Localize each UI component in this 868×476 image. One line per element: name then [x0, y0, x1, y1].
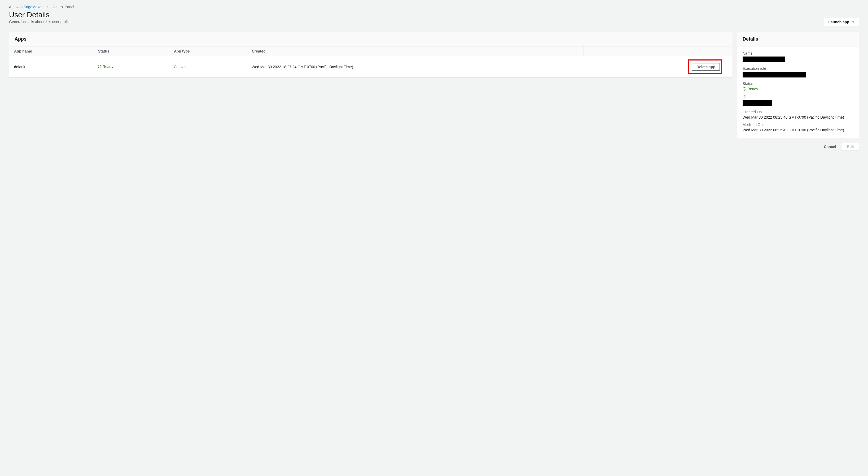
breadcrumb-root-link[interactable]: Amazon SageMaker — [9, 5, 43, 9]
cancel-button[interactable]: Cancel — [822, 143, 838, 150]
label-name: Name — [743, 51, 854, 55]
caret-down-icon: ▼ — [852, 21, 855, 24]
table-row: default Ready Canvas Wed Mar 30 2022 18:… — [9, 56, 732, 78]
cell-app-name: default — [9, 56, 93, 78]
status-text: Ready — [747, 87, 758, 91]
col-status: Status — [93, 47, 169, 56]
details-panel: Details Name Execution role Status Ready… — [737, 32, 859, 138]
cell-created: Wed Mar 30 2022 18:27:24 GMT-0700 (Pacif… — [247, 56, 583, 78]
apps-panel: Apps App name Status App type Created de… — [9, 32, 732, 78]
value-name-redacted — [743, 57, 785, 62]
apps-table: App name Status App type Created default — [9, 47, 732, 78]
col-created: Created — [247, 47, 583, 56]
value-modified-on: Wed Mar 30 2022 08:25:43 GMT-0700 (Pacif… — [743, 128, 854, 132]
check-circle-icon — [98, 65, 101, 68]
cell-app-type: Canvas — [169, 56, 247, 78]
details-heading: Details — [743, 36, 854, 42]
launch-app-label: Launch app — [829, 20, 849, 24]
value-created-on: Wed Mar 30 2022 08:25:40 GMT-0700 (Pacif… — [743, 115, 854, 119]
launch-app-button[interactable]: Launch app ▼ — [824, 18, 859, 26]
status-badge: Ready — [98, 64, 113, 69]
value-id-redacted — [743, 100, 772, 106]
breadcrumb: Amazon SageMaker Control Panel — [9, 5, 859, 9]
apps-heading: Apps — [14, 36, 727, 42]
page-subtitle: General details about this user profile. — [9, 20, 71, 24]
chevron-right-icon — [46, 6, 49, 8]
edit-button[interactable]: Edit — [842, 143, 859, 150]
value-execution-role-redacted — [743, 72, 806, 78]
delete-app-button[interactable]: Delete app — [692, 63, 720, 70]
col-app-name: App name — [9, 47, 93, 56]
col-actions — [584, 47, 732, 56]
label-status: Status — [743, 82, 854, 86]
breadcrumb-current: Control Panel — [52, 5, 74, 9]
col-app-type: App type — [169, 47, 247, 56]
label-id: ID — [743, 95, 854, 99]
label-created-on: Created On — [743, 110, 854, 114]
label-execution-role: Execution role — [743, 66, 854, 70]
check-circle-icon — [743, 87, 746, 91]
status-text: Ready — [102, 64, 113, 69]
highlight-annotation: Delete app — [688, 59, 722, 74]
page-title: User Details — [9, 10, 71, 19]
label-modified-on: Modified On — [743, 123, 854, 127]
status-badge: Ready — [743, 87, 758, 91]
